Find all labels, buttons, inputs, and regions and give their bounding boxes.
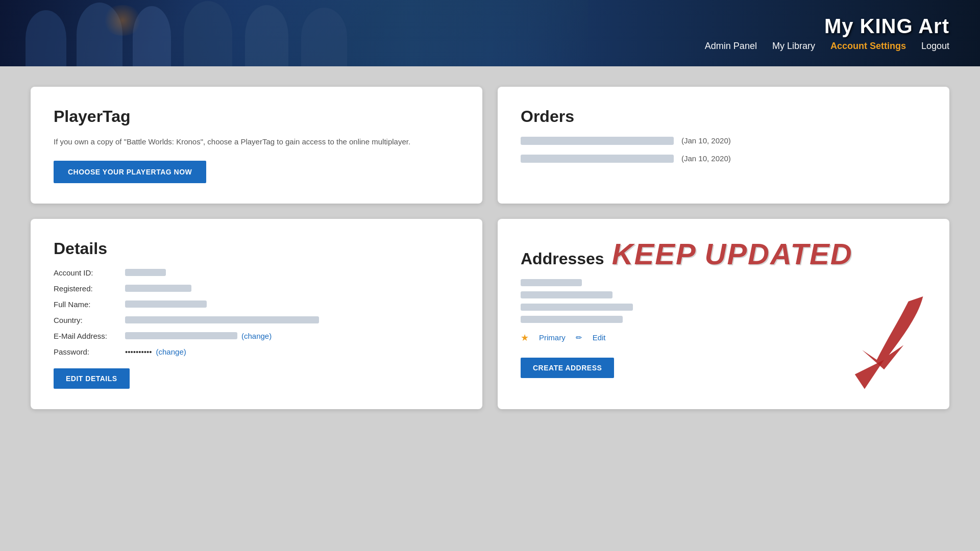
detail-password-value: •••••••••• [125,347,152,356]
detail-registered-value [125,285,191,292]
detail-country-label: Country: [54,316,125,324]
orders-card: Orders (Jan 10, 2020) (Jan 10, 2020) [498,87,949,204]
keep-updated-text: KEEP UPDATED [612,239,853,269]
change-email-link[interactable]: (change) [241,332,272,340]
header-right: My KING Art Admin Panel My Library Accou… [705,15,949,52]
detail-country-value [125,316,319,323]
address-actions: ★ Primary ✏ Edit [521,332,926,343]
header-nav: Admin Panel My Library Account Settings … [705,41,949,52]
detail-password-row: Password: •••••••••• (change) [54,347,459,356]
edit-pencil-icon: ✏ [576,333,582,342]
header-background [0,0,588,66]
primary-star-icon: ★ [521,332,529,343]
address-line-1 [521,279,582,286]
change-password-link[interactable]: (change) [156,347,186,356]
edit-address-link[interactable]: Edit [593,333,606,342]
order-row-1: (Jan 10, 2020) [521,136,926,145]
create-address-button[interactable]: CREATE ADDRESS [521,358,614,378]
detail-email-row: E-Mail Address: (change) [54,332,459,340]
orders-title: Orders [521,107,926,126]
addresses-title: Addresses [521,249,604,268]
order-date-1: (Jan 10, 2020) [681,136,731,145]
primary-label[interactable]: Primary [539,333,566,342]
detail-account-id-label: Account ID: [54,268,125,277]
detail-registered-label: Registered: [54,284,125,293]
detail-country-row: Country: [54,316,459,324]
nav-logout[interactable]: Logout [921,41,949,52]
main-content: PlayerTag If you own a copy of "Battle W… [0,66,980,551]
detail-password-label: Password: [54,347,125,356]
details-card: Details Account ID: Registered: Full Nam… [31,219,482,409]
playertag-description: If you own a copy of "Battle Worlds: Kro… [54,136,459,148]
address-content [521,279,926,323]
details-title: Details [54,239,459,258]
svg-marker-0 [855,360,884,389]
edit-details-button[interactable]: EDIT DETAILS [54,368,130,389]
playertag-card: PlayerTag If you own a copy of "Battle W… [31,87,482,204]
choose-playertag-button[interactable]: CHOOSE YOUR PLAYERTAG NOW [54,161,206,183]
nav-admin-panel[interactable]: Admin Panel [705,41,757,52]
site-title: My KING Art [824,15,949,38]
detail-fullname-value [125,300,207,308]
detail-registered-row: Registered: [54,284,459,293]
detail-fullname-label: Full Name: [54,300,125,309]
order-blurred-text-2 [521,155,674,163]
order-date-2: (Jan 10, 2020) [681,154,731,163]
addresses-card: Addresses KEEP UPDATED ★ Primary ✏ Edit … [498,219,949,409]
detail-account-id-row: Account ID: [54,268,459,277]
detail-account-id-value [125,269,166,276]
detail-fullname-row: Full Name: [54,300,459,309]
nav-my-library[interactable]: My Library [772,41,815,52]
header: My KING Art Admin Panel My Library Accou… [0,0,980,66]
address-line-4 [521,316,623,323]
addresses-header: Addresses KEEP UPDATED [521,239,926,269]
playertag-title: PlayerTag [54,107,459,126]
address-line-2 [521,291,612,298]
order-row-2: (Jan 10, 2020) [521,154,926,163]
detail-email-value [125,332,237,339]
content-grid: PlayerTag If you own a copy of "Battle W… [31,87,949,409]
detail-email-label: E-Mail Address: [54,332,125,340]
address-line-3 [521,304,633,311]
order-blurred-text-1 [521,137,674,145]
nav-account-settings[interactable]: Account Settings [830,41,906,52]
